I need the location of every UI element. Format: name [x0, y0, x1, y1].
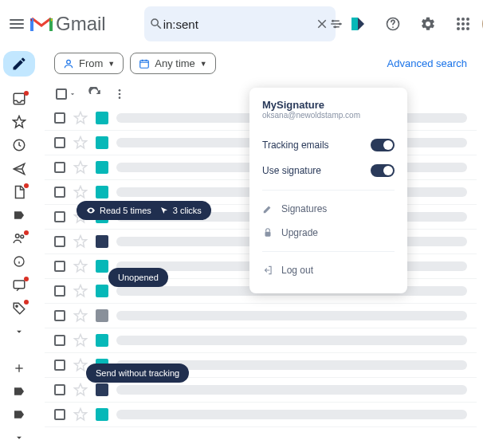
svg-point-21	[67, 60, 71, 64]
support-button[interactable]	[377, 8, 409, 40]
signatures-link[interactable]: Signatures	[262, 197, 395, 221]
star-icon[interactable]	[73, 358, 88, 372]
svg-point-24	[119, 93, 121, 96]
email-row[interactable]	[45, 403, 477, 427]
tracking-status-icon[interactable]	[96, 161, 108, 174]
expand2-rail[interactable]	[3, 428, 35, 448]
starred-rail[interactable]	[3, 112, 35, 132]
row-checkbox[interactable]	[54, 409, 65, 420]
chat-rail[interactable]	[3, 275, 35, 295]
drafts-rail[interactable]	[3, 182, 35, 202]
mysignature-ext-button[interactable]	[342, 8, 374, 40]
row-checkbox[interactable]	[54, 261, 65, 272]
search-icon[interactable]	[149, 17, 163, 31]
info-icon	[13, 255, 26, 268]
compose-button[interactable]	[3, 51, 35, 77]
clock-icon	[12, 138, 26, 152]
row-checkbox[interactable]	[54, 335, 65, 346]
star-icon	[12, 115, 26, 129]
star-icon[interactable]	[73, 136, 88, 150]
advanced-search-link[interactable]: Advanced search	[387, 57, 467, 69]
star-icon[interactable]	[73, 407, 88, 422]
upgrade-link[interactable]: Upgrade	[262, 221, 395, 245]
row-checkbox[interactable]	[54, 187, 65, 198]
tracking-status-icon[interactable]	[96, 383, 108, 396]
tracking-status-icon[interactable]	[96, 334, 108, 347]
tracking-status-icon[interactable]	[96, 186, 108, 198]
tracking-status-icon[interactable]	[96, 136, 108, 149]
sent-rail[interactable]	[3, 159, 35, 179]
toggle-on-icon	[371, 139, 395, 151]
logout-icon	[262, 265, 273, 276]
tracking-status-icon[interactable]	[96, 112, 108, 124]
star-icon[interactable]	[73, 259, 88, 273]
cursor-icon	[159, 206, 169, 215]
email-preview-placeholder	[116, 311, 467, 320]
star-icon[interactable]	[73, 308, 88, 323]
label-icon	[13, 408, 26, 421]
label2-rail[interactable]	[3, 381, 35, 401]
row-checkbox[interactable]	[54, 360, 65, 371]
star-icon[interactable]	[73, 160, 88, 175]
row-checkbox[interactable]	[54, 310, 65, 321]
from-filter-chip[interactable]: From ▼	[54, 53, 124, 74]
tracking-status-icon[interactable]	[96, 408, 108, 421]
row-checkbox[interactable]	[54, 285, 65, 297]
more-button[interactable]	[113, 88, 126, 100]
expand-rail[interactable]	[3, 321, 35, 341]
row-checkbox[interactable]	[54, 211, 65, 222]
tracking-toggle-row[interactable]: Tracking emails	[262, 132, 395, 158]
star-icon[interactable]	[73, 383, 88, 397]
eye-icon	[86, 206, 96, 215]
chevron-down-icon	[14, 432, 25, 443]
row-checkbox[interactable]	[54, 137, 65, 148]
tracking-status-icon[interactable]	[96, 235, 108, 248]
star-icon[interactable]	[73, 284, 88, 298]
tracking-status-icon[interactable]	[96, 285, 108, 297]
tracking-status-icon[interactable]	[96, 309, 108, 322]
pencil-icon	[11, 56, 27, 72]
svg-rect-22	[140, 60, 149, 67]
svg-point-8	[457, 22, 460, 26]
search-bar[interactable]	[144, 6, 336, 41]
clear-search-icon[interactable]	[315, 17, 329, 31]
signature-toggle-row[interactable]: Use signature	[262, 158, 395, 183]
label-icon	[13, 385, 26, 398]
svg-point-5	[457, 18, 460, 21]
unopened-tooltip: Unopened	[108, 268, 168, 287]
svg-point-11	[457, 27, 460, 30]
email-preview-placeholder	[116, 410, 467, 419]
star-icon[interactable]	[73, 234, 88, 249]
tag-rail[interactable]	[3, 298, 35, 318]
anytime-filter-chip[interactable]: Any time ▼	[130, 53, 216, 74]
new-label-rail[interactable]	[3, 358, 35, 378]
row-checkbox[interactable]	[54, 236, 65, 247]
email-row[interactable]	[45, 328, 477, 353]
apps-button[interactable]	[447, 8, 479, 40]
gmail-logo[interactable]: Gmail	[30, 13, 106, 35]
snoozed-rail[interactable]	[3, 136, 35, 155]
inbox-rail[interactable]	[3, 89, 35, 109]
row-checkbox[interactable]	[54, 112, 65, 124]
contacts-rail[interactable]	[3, 229, 35, 249]
main-menu-button[interactable]	[10, 8, 24, 40]
tracking-status-icon[interactable]	[96, 260, 108, 273]
caret-icon: ▼	[200, 60, 207, 68]
refresh-button[interactable]	[88, 87, 102, 101]
label1-rail[interactable]	[3, 205, 35, 225]
row-checkbox[interactable]	[54, 384, 65, 395]
logout-link[interactable]: Log out	[262, 258, 395, 282]
settings-button[interactable]	[412, 8, 444, 40]
label3-rail[interactable]	[3, 405, 35, 425]
email-row[interactable]	[45, 304, 477, 328]
star-icon[interactable]	[73, 333, 88, 348]
info-rail[interactable]	[3, 252, 35, 272]
search-input[interactable]	[163, 18, 315, 31]
select-all[interactable]	[56, 88, 77, 100]
row-checkbox[interactable]	[54, 162, 65, 173]
star-icon[interactable]	[73, 185, 88, 199]
chevron-down-icon	[14, 326, 25, 337]
star-icon[interactable]	[73, 111, 88, 125]
lock-icon	[262, 227, 273, 238]
email-preview-placeholder	[116, 336, 467, 345]
